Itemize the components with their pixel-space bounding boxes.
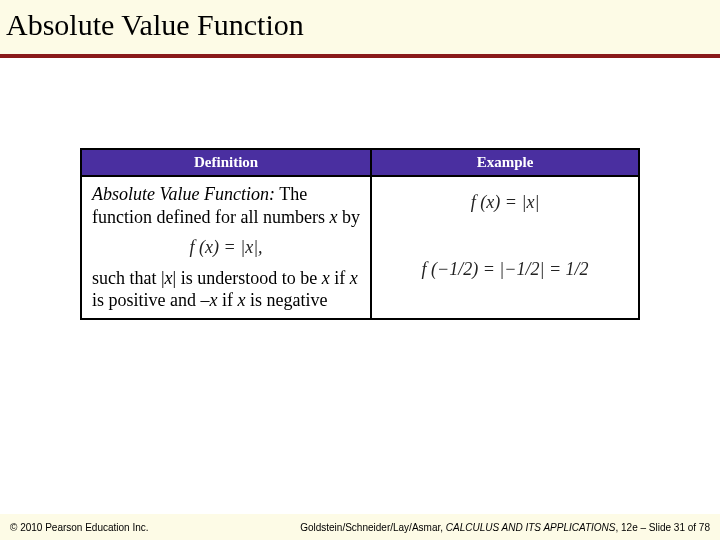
var-x-3: x — [322, 268, 330, 288]
definition-body-2e: if — [218, 290, 238, 310]
definition-body-2b: | is understood to be — [173, 268, 322, 288]
footer-copyright: © 2010 Pearson Education Inc. — [10, 522, 149, 533]
header-definition: Definition — [81, 149, 371, 176]
footer-citation: Goldstein/Schneider/Lay/Asmar, CALCULUS … — [300, 522, 710, 533]
page-title: Absolute Value Function — [6, 8, 714, 42]
table-header-row: Definition Example — [81, 149, 639, 176]
var-x-5: x — [210, 290, 218, 310]
content-area: Definition Example Absolute Value Functi… — [0, 58, 720, 320]
var-x-4: x — [350, 268, 358, 288]
spacer — [382, 222, 628, 250]
definition-body-2a: such that | — [92, 268, 165, 288]
var-x-2: x — [165, 268, 173, 288]
footer-book-title: CALCULUS AND ITS APPLICATIONS — [446, 522, 616, 533]
header-example: Example — [371, 149, 639, 176]
definition-example-table: Definition Example Absolute Value Functi… — [80, 148, 640, 320]
definition-term: Absolute Value Function: — [92, 184, 275, 204]
table-row: Absolute Value Function: The function de… — [81, 176, 639, 319]
definition-body-2f: is negative — [246, 290, 328, 310]
definition-body-1-end: by — [337, 207, 360, 227]
var-x-6: x — [238, 290, 246, 310]
footer-authors: Goldstein/Schneider/Lay/Asmar, — [300, 522, 446, 533]
definition-body-2c: if — [330, 268, 350, 288]
example-equation-2: f (−1/2) = |−1/2| = 1/2 — [382, 258, 628, 281]
footer: © 2010 Pearson Education Inc. Goldstein/… — [0, 514, 720, 540]
title-band: Absolute Value Function — [0, 0, 720, 58]
example-equation-1: f (x) = |x| — [382, 191, 628, 214]
example-cell: f (x) = |x| f (−1/2) = |−1/2| = 1/2 — [371, 176, 639, 319]
definition-body-2d: is positive and – — [92, 290, 210, 310]
footer-slide-info: , 12e – Slide 31 of 78 — [615, 522, 710, 533]
definition-equation: f (x) = |x|, — [92, 236, 360, 259]
definition-cell: Absolute Value Function: The function de… — [81, 176, 371, 319]
